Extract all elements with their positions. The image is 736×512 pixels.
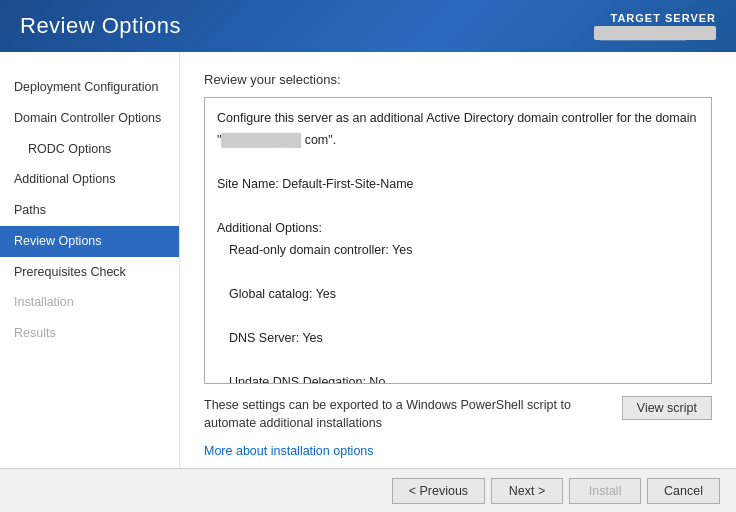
review-spacer-4 (217, 306, 699, 326)
sidebar-item-additional-options[interactable]: Additional Options (0, 164, 179, 195)
review-spacer-5 (217, 350, 699, 370)
sidebar-item-rodc-options[interactable]: RODC Options (0, 134, 179, 165)
next-button[interactable]: Next > (491, 478, 563, 504)
sidebar-item-domain-controller-options[interactable]: Domain Controller Options (0, 103, 179, 134)
review-rodc: Read-only domain controller: Yes (217, 240, 699, 260)
review-global-catalog: Global catalog: Yes (217, 284, 699, 304)
install-button: Install (569, 478, 641, 504)
review-line-2: "█████████ com". (217, 130, 699, 150)
sidebar-item-review-options[interactable]: Review Options (0, 226, 179, 257)
target-server-value: ███████████.com (594, 26, 716, 40)
target-server-label: TARGET SERVER (594, 12, 716, 24)
review-additional-options-header: Additional Options: (217, 218, 699, 238)
sidebar-item-results: Results (0, 318, 179, 349)
sidebar-item-deployment-configuration[interactable]: Deployment Configuration (0, 72, 179, 103)
link-section: More about installation options (204, 443, 712, 458)
content-area: Review your selections: Configure this s… (180, 52, 736, 468)
export-section: These settings can be exported to a Wind… (204, 396, 712, 434)
review-spacer-2 (217, 196, 699, 216)
main-layout: Deployment Configuration Domain Controll… (0, 52, 736, 468)
review-dns-server: DNS Server: Yes (217, 328, 699, 348)
review-spacer-3 (217, 262, 699, 282)
sidebar-item-paths[interactable]: Paths (0, 195, 179, 226)
sidebar-item-installation: Installation (0, 287, 179, 318)
footer: < Previous Next > Install Cancel (0, 468, 736, 512)
sidebar-item-prerequisites-check[interactable]: Prerequisites Check (0, 257, 179, 288)
review-dns-delegation: Update DNS Delegation: No (217, 372, 699, 384)
header: Review Options TARGET SERVER ███████████… (0, 0, 736, 52)
more-about-link[interactable]: More about installation options (204, 444, 374, 458)
section-title: Review your selections: (204, 72, 712, 87)
cancel-button[interactable]: Cancel (647, 478, 720, 504)
review-line-1: Configure this server as an additional A… (217, 108, 699, 128)
review-spacer-1 (217, 152, 699, 172)
review-site-name: Site Name: Default-First-Site-Name (217, 174, 699, 194)
view-script-button[interactable]: View script (622, 396, 712, 420)
sidebar: Deployment Configuration Domain Controll… (0, 52, 180, 468)
review-box[interactable]: Configure this server as an additional A… (204, 97, 712, 384)
export-text: These settings can be exported to a Wind… (204, 396, 622, 434)
page-title: Review Options (20, 13, 181, 39)
previous-button[interactable]: < Previous (392, 478, 485, 504)
target-server-info: TARGET SERVER ███████████.com (594, 12, 716, 40)
